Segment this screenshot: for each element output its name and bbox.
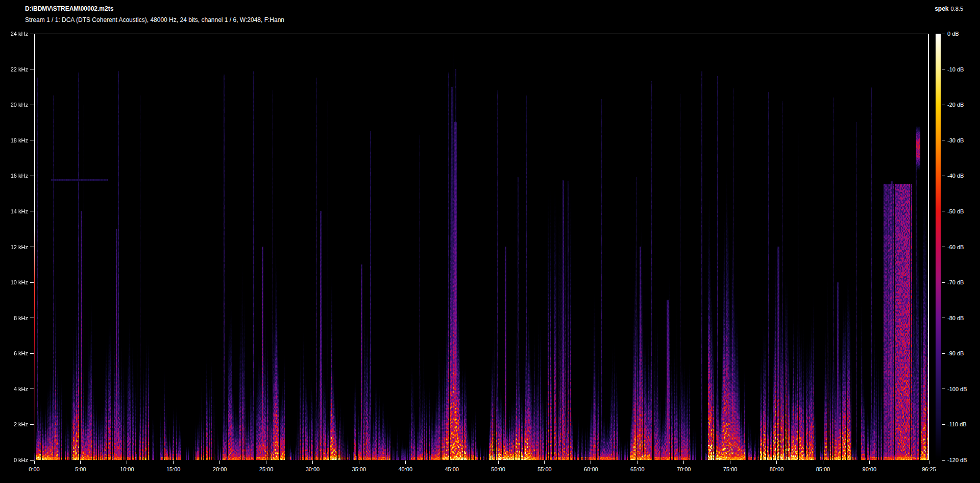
freq-label: 10 kHz (0, 279, 28, 286)
time-label: 25:00 (251, 466, 282, 473)
db-tick (942, 140, 945, 140)
db-label: -30 dB (947, 137, 978, 144)
time-label: 85:00 (807, 466, 838, 473)
freq-label: 12 kHz (0, 244, 28, 251)
db-label: -100 dB (947, 385, 978, 393)
time-label: 10:00 (112, 466, 142, 473)
time-tick (219, 461, 220, 464)
time-tick (405, 461, 406, 464)
freq-label: 16 kHz (0, 172, 28, 179)
time-label: 0:00 (19, 466, 50, 473)
freq-tick (30, 424, 34, 425)
time-label: 96:25 (914, 466, 944, 473)
db-label: -70 dB (947, 279, 978, 286)
db-tick (942, 34, 945, 34)
time-label: 65:00 (622, 466, 653, 473)
time-label: 20:00 (205, 466, 235, 473)
freq-tick (30, 353, 34, 354)
freq-label: 18 kHz (0, 137, 28, 144)
time-label: 35:00 (344, 466, 374, 473)
db-tick (942, 211, 945, 211)
time-label: 60:00 (576, 466, 606, 473)
time-tick (173, 461, 174, 464)
db-tick (942, 318, 945, 318)
freq-label: 4 kHz (0, 385, 28, 393)
db-colorbar (936, 34, 941, 460)
app-brand: spek0.8.5 (935, 5, 963, 12)
time-label: 70:00 (669, 466, 699, 473)
db-label: -80 dB (947, 315, 978, 322)
freq-tick (30, 460, 34, 461)
freq-tick (30, 105, 34, 105)
db-label: -110 dB (947, 421, 978, 428)
freq-label: 2 kHz (0, 421, 28, 428)
freq-label: 20 kHz (0, 101, 28, 108)
db-tick (942, 353, 945, 354)
time-label: 55:00 (529, 466, 560, 473)
db-tick (942, 389, 945, 389)
db-label: -40 dB (947, 172, 978, 179)
time-tick (452, 461, 452, 464)
time-label: 80:00 (762, 466, 792, 473)
time-tick (929, 461, 929, 464)
db-label: 0 dB (947, 30, 978, 37)
db-tick (942, 282, 945, 283)
time-tick (127, 461, 127, 464)
freq-tick (30, 176, 34, 176)
time-tick (266, 461, 266, 464)
freq-tick (30, 211, 34, 211)
freq-tick (30, 34, 34, 34)
db-label: -20 dB (947, 101, 978, 108)
db-tick (942, 105, 945, 105)
time-label: 75:00 (715, 466, 746, 473)
time-tick (359, 461, 359, 464)
freq-tick (30, 282, 34, 283)
time-tick (869, 461, 870, 464)
time-tick (80, 461, 81, 464)
db-tick (942, 176, 945, 176)
time-label: 45:00 (436, 466, 467, 473)
freq-label: 0 kHz (0, 456, 28, 464)
time-tick (591, 461, 591, 464)
freq-label: 22 kHz (0, 66, 28, 73)
freq-tick (30, 389, 34, 389)
stream-info: Stream 1 / 1: DCA (DTS Coherent Acoustic… (25, 16, 284, 23)
time-tick (498, 461, 499, 464)
db-tick (942, 69, 945, 69)
time-label: 5:00 (65, 466, 96, 473)
app-version: 0.8.5 (951, 6, 963, 12)
db-tick (942, 247, 945, 247)
time-tick (730, 461, 730, 464)
db-label: -60 dB (947, 244, 978, 251)
time-tick (637, 461, 638, 464)
freq-label: 8 kHz (0, 315, 28, 322)
db-label: -90 dB (947, 350, 978, 357)
time-label: 15:00 (158, 466, 189, 473)
file-path: D:\BDMV\STREAM\00002.m2ts (25, 5, 113, 12)
app-name: spek (935, 5, 948, 12)
time-label: 40:00 (390, 466, 421, 473)
freq-tick (30, 69, 34, 69)
spectrogram-canvas (34, 34, 929, 460)
time-tick (823, 461, 823, 464)
time-tick (683, 461, 684, 464)
time-tick (776, 461, 777, 464)
freq-label: 24 kHz (0, 30, 28, 37)
time-tick (312, 461, 313, 464)
freq-tick (30, 247, 34, 247)
freq-label: 6 kHz (0, 350, 28, 357)
db-label: -120 dB (947, 456, 978, 464)
freq-tick (30, 318, 34, 318)
db-label: -10 dB (947, 66, 978, 73)
freq-tick (30, 140, 34, 140)
db-label: -50 dB (947, 208, 978, 215)
db-tick (942, 460, 945, 461)
db-tick (942, 424, 945, 425)
freq-label: 14 kHz (0, 208, 28, 215)
time-label: 90:00 (854, 466, 885, 473)
time-label: 30:00 (297, 466, 328, 473)
time-tick (544, 461, 545, 464)
time-tick (34, 461, 35, 464)
time-label: 50:00 (483, 466, 513, 473)
